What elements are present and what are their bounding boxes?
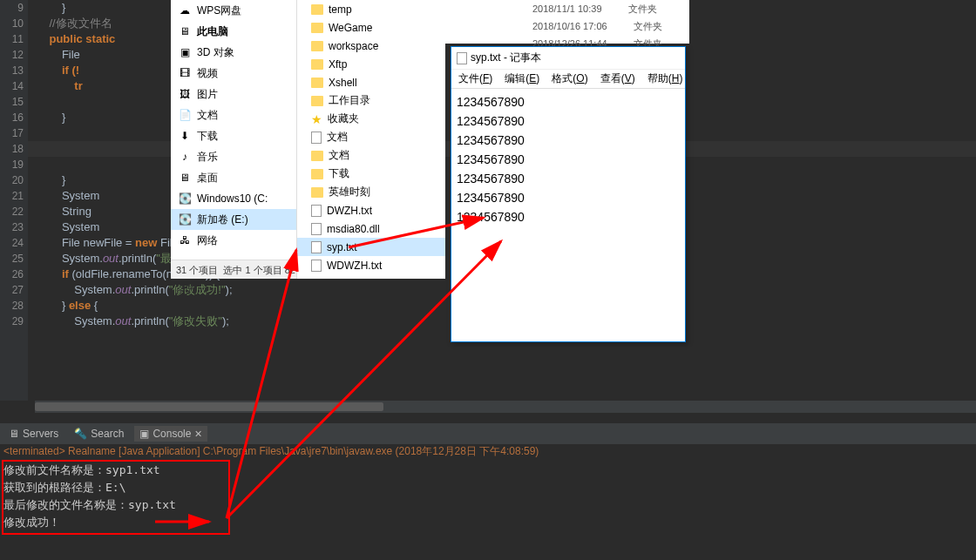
file-icon xyxy=(311,260,322,272)
file-row[interactable]: workspace xyxy=(297,37,445,55)
console-output[interactable]: 修改前文件名称是：syp1.txt 获取到的根路径是：E:\ 最后修改的文件名称… xyxy=(3,462,973,549)
notepad-title-text: syp.txt - 记事本 xyxy=(471,51,541,65)
notepad-menubar: 文件(F) 编辑(E) 格式(O) 查看(V) 帮助(H) xyxy=(451,70,685,89)
pc-icon: 🖥 xyxy=(178,24,192,38)
tab-search[interactable]: 🔦Search xyxy=(69,426,129,442)
download-icon: ⬇ xyxy=(178,129,192,143)
menu-help[interactable]: 帮助(H) xyxy=(647,71,683,86)
menu-format[interactable]: 格式(O) xyxy=(552,71,587,86)
close-icon[interactable]: ✕ xyxy=(194,428,202,440)
nav-downloads[interactable]: ⬇下载 xyxy=(171,125,296,146)
server-icon: 🖥 xyxy=(9,428,19,440)
folder-icon xyxy=(311,187,323,198)
nav-documents[interactable]: 📄文档 xyxy=(171,105,296,125)
menu-file[interactable]: 文件(F) xyxy=(458,71,492,86)
file-row[interactable]: ★收藏夹 xyxy=(297,110,445,128)
file-icon xyxy=(311,241,322,253)
folder-icon xyxy=(311,23,323,33)
explorer-file-list: temp WeGame workspace Xftp Xshell 工作目录 ★… xyxy=(297,0,445,279)
search-icon: 🔦 xyxy=(74,428,87,440)
menu-view[interactable]: 查看(V) xyxy=(600,71,635,86)
network-icon: 🖧 xyxy=(178,233,192,247)
nav-video[interactable]: 🎞视频 xyxy=(171,63,296,84)
file-icon xyxy=(311,223,322,235)
tab-servers[interactable]: 🖥Servers xyxy=(3,426,64,442)
file-row[interactable]: DWZH.txt xyxy=(297,201,445,219)
nav-music[interactable]: ♪音乐 xyxy=(171,146,296,167)
disk-icon: 💽 xyxy=(178,192,192,206)
notepad-text-area[interactable]: 123456789012345678901234567890 123456789… xyxy=(451,89,685,230)
menu-edit[interactable]: 编辑(E) xyxy=(505,71,539,86)
folder-icon xyxy=(311,4,323,15)
horizontal-scrollbar[interactable] xyxy=(35,401,976,413)
nav-wps[interactable]: ☁WPS网盘 xyxy=(171,0,296,21)
file-row[interactable]: Xshell xyxy=(297,73,445,91)
file-row[interactable]: 下载 xyxy=(297,165,445,183)
file-row[interactable]: Xftp xyxy=(297,55,445,73)
music-icon: ♪ xyxy=(178,150,192,164)
video-icon: 🎞 xyxy=(178,66,192,80)
file-row-selected[interactable]: syp.txt xyxy=(297,238,445,256)
scrollbar-thumb[interactable] xyxy=(35,402,383,411)
file-icon xyxy=(311,132,322,144)
file-meta-columns: 2018/11/1 10:39文件夹 2018/10/16 17:06文件夹 2… xyxy=(445,0,689,44)
line-gutter: 91011 121314 151617 181920 212223 242526… xyxy=(0,0,28,401)
file-row[interactable]: 文档 xyxy=(297,146,445,165)
picture-icon: 🖼 xyxy=(178,87,192,101)
file-row[interactable]: WeGame xyxy=(297,18,445,37)
star-icon: ★ xyxy=(311,112,322,126)
nav-desktop[interactable]: 🖥桌面 xyxy=(171,167,296,188)
bottom-tab-bar: 🖥Servers 🔦Search ▣Console ✕ xyxy=(0,423,976,444)
folder-icon xyxy=(311,151,323,161)
folder-icon xyxy=(311,169,323,179)
document-icon: 📄 xyxy=(178,108,192,122)
notepad-window[interactable]: syp.txt - 记事本 文件(F) 编辑(E) 格式(O) 查看(V) 帮助… xyxy=(451,46,686,342)
file-row[interactable]: 英雄时刻 xyxy=(297,183,445,201)
folder-icon xyxy=(311,96,323,106)
notepad-titlebar[interactable]: syp.txt - 记事本 xyxy=(451,47,685,70)
file-row[interactable]: temp xyxy=(297,0,445,18)
cube-icon: ▣ xyxy=(178,45,192,59)
file-row[interactable]: msdia80.dll xyxy=(297,219,445,238)
folder-icon xyxy=(311,41,323,51)
disk-icon: 💽 xyxy=(178,213,192,226)
meta-row: 2018/11/1 10:39文件夹 xyxy=(445,0,689,17)
console-icon: ▣ xyxy=(139,428,149,440)
tab-console[interactable]: ▣Console ✕ xyxy=(134,426,207,442)
cloud-icon: ☁ xyxy=(178,3,192,17)
desktop-icon: 🖥 xyxy=(178,171,192,185)
file-row[interactable]: WDWZH.txt xyxy=(297,256,445,274)
nav-c-drive[interactable]: 💽Windows10 (C: xyxy=(171,188,296,209)
folder-icon xyxy=(311,78,323,88)
notepad-icon xyxy=(457,52,467,64)
file-row[interactable]: 工作目录 xyxy=(297,91,445,110)
folder-icon xyxy=(311,59,323,70)
nav-thispc[interactable]: 🖥此电脑 xyxy=(171,21,296,42)
nav-pictures[interactable]: 🖼图片 xyxy=(171,84,296,105)
meta-row: 2018/10/16 17:06文件夹 xyxy=(445,17,689,35)
file-row[interactable]: 文档 xyxy=(297,128,445,146)
console-status-line: <terminated> Realname [Java Application]… xyxy=(0,444,976,462)
explorer-statusbar: 31 个项目 选中 1 个项目 82 字节 xyxy=(171,260,296,279)
nav-e-drive[interactable]: 💽新加卷 (E:) xyxy=(171,209,296,230)
explorer-nav-pane: ☁WPS网盘 🖥此电脑 ▣3D 对象 🎞视频 🖼图片 📄文档 ⬇下载 ♪音乐 🖥… xyxy=(171,0,297,279)
file-icon xyxy=(311,205,322,217)
nav-network[interactable]: 🖧网络 xyxy=(171,230,296,251)
nav-3d[interactable]: ▣3D 对象 xyxy=(171,42,296,63)
